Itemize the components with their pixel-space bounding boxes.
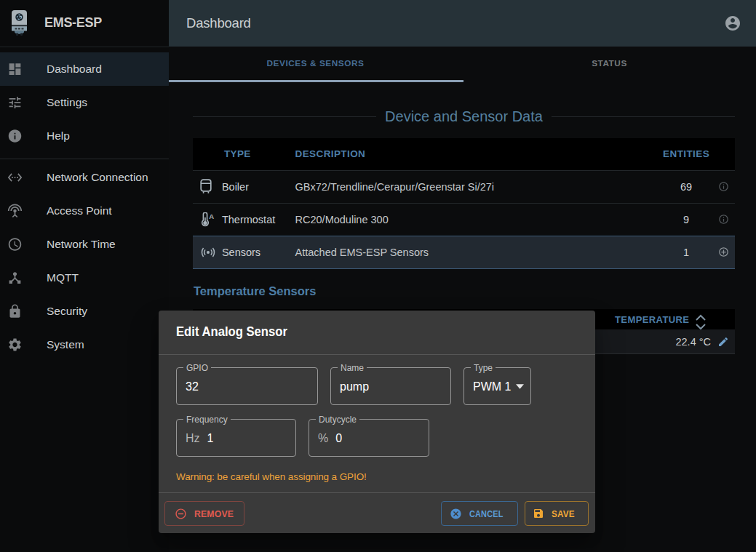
svg-text:A: A: [209, 212, 214, 220]
